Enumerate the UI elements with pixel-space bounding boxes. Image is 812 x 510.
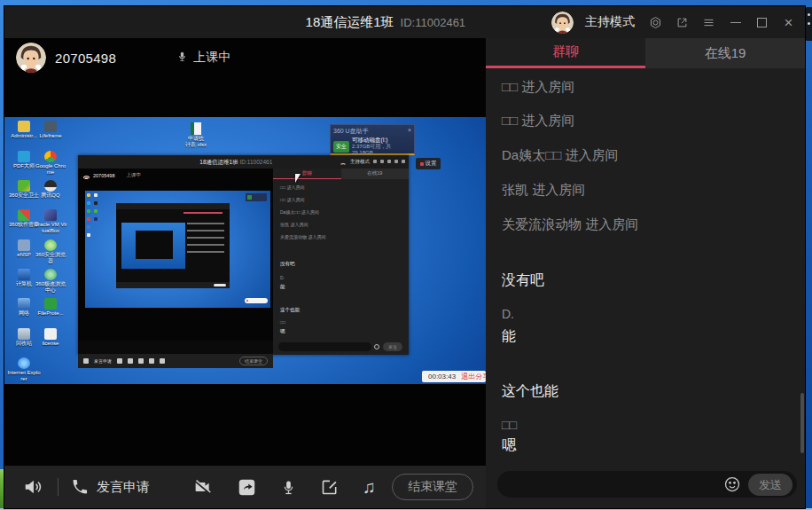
popup-disk-space: 2.37GB可用，共29.18GB <box>352 144 411 156</box>
popup-disk-label: 可移动磁盘(I:) <box>352 137 411 144</box>
class-id: ID:11002461 <box>401 16 466 29</box>
chat-message: 嗯 <box>502 436 516 455</box>
shared-desktop: Administr... PDF大师 360安全卫士 360软件管家 eNSP … <box>4 117 486 384</box>
chat-message: 这个也能 <box>502 382 558 401</box>
system-message: 张凯 进入房间 <box>502 182 585 199</box>
desktop-icon: 360安全浏览器 <box>34 239 67 263</box>
settings-tag: 设置 <box>416 158 441 169</box>
nested-chat-input <box>278 342 371 351</box>
side-dock <box>805 7 812 41</box>
usb-helper-popup: 360 U盘助手 × 安全 可移动磁盘(I:) 2.37GB可用，共29.18G… <box>330 124 415 155</box>
nested-send-button: 发送 <box>383 342 402 351</box>
chat-panel: 群聊 在线19 □□ 进入房间 □□ 进入房间 Da姨太□□ 进入房间 张凯 进… <box>486 38 805 508</box>
nested-emoji-icon <box>374 344 379 349</box>
class-status: 上课中 <box>193 50 230 66</box>
mic-status-icon <box>176 50 188 67</box>
desktop-icon: FileProte... <box>34 298 67 317</box>
shared-screen-video[interactable]: 20705498 上课中 Administr... PDF大师 360安全卫士 … <box>4 38 486 466</box>
minimize-button[interactable] <box>728 15 743 30</box>
nested-app-window: 18通信运维1班 ID:11002461 主持模式 20705498 上课中 <box>78 155 409 355</box>
popout-icon[interactable] <box>675 15 690 30</box>
third-level-window <box>116 203 230 288</box>
system-message: Da姨太□□ 进入房间 <box>502 147 618 164</box>
desktop-icon: license <box>34 328 67 347</box>
nested-titlebar: 18通信运维1班 ID:11002461 主持模式 <box>78 155 409 169</box>
excel-file-icon: 申请统 计表.xlsx <box>176 122 215 147</box>
presenter-row: 20705498 上课中 <box>16 43 230 73</box>
system-message: 关爱流浪动物 进入房间 <box>502 216 638 233</box>
popup-close-icon: × <box>408 127 411 136</box>
nested-video: 20705498 上课中 <box>78 169 273 341</box>
class-title: 18通信运维1班 <box>306 14 394 31</box>
app-window: 18通信运维1班 ID:11002461 主持模式 × 20705498 <box>4 6 805 508</box>
safe-badge: 安全 <box>333 141 349 153</box>
bottom-toolbar: 发言申请 ♫ 结束课堂 <box>4 466 486 508</box>
host-avatar <box>551 12 574 34</box>
microphone-icon[interactable] <box>280 478 297 497</box>
nested-live-badge <box>245 298 268 303</box>
chat-message: 能 <box>502 327 516 346</box>
desktop-icon: Lifeframe <box>34 121 67 139</box>
popup-title: 360 U盘助手 <box>333 127 369 136</box>
speaker-icon[interactable] <box>22 477 43 497</box>
shared-mouse-cursor <box>295 174 301 183</box>
end-class-button[interactable]: 结束课堂 <box>392 474 473 500</box>
live-timer: 00:03:43 <box>428 373 456 381</box>
phone-icon <box>71 478 89 496</box>
desktop-icon: Internet Explorer <box>7 357 41 381</box>
chat-scrollbar[interactable] <box>800 393 804 453</box>
tab-online-list[interactable]: 在线19 <box>645 38 805 68</box>
music-icon[interactable]: ♫ <box>363 478 376 496</box>
live-badge: 00:03:43 退出分享 <box>422 371 486 382</box>
chat-message: 没有吧 <box>502 271 544 290</box>
desktop-icon: 腾讯QQ <box>34 180 67 199</box>
nested-avatar <box>340 158 347 165</box>
camera-off-icon[interactable] <box>192 478 214 496</box>
speak-request-button[interactable]: 发言申请 <box>71 478 150 496</box>
speak-request-label: 发言申请 <box>97 479 150 496</box>
desktop-icon: Google Chrome <box>34 151 67 175</box>
nested-toolbar: 发言申请 结束课堂 <box>78 354 273 368</box>
host-mode-label: 主持模式 <box>585 14 635 30</box>
system-message: □□ 进入房间 <box>502 79 574 96</box>
nested-chat-panel: 群聊 在线19 □□ 进入房间 □□ 进入房间 Da姨太□□ 进入房间 张凯 进… <box>273 169 409 355</box>
send-button[interactable]: 发送 <box>748 474 792 496</box>
menu-icon[interactable] <box>701 15 716 30</box>
maximize-button[interactable] <box>754 15 769 30</box>
presenter-avatar <box>16 43 46 73</box>
emoji-icon[interactable] <box>723 475 741 493</box>
screen-share-icon[interactable] <box>238 478 256 497</box>
presenter-name: 20705498 <box>55 51 116 66</box>
nested-desktop <box>85 191 270 308</box>
system-message: □□ 进入房间 <box>502 113 574 129</box>
desktop-icon: 360极速浏览中心 <box>34 269 67 293</box>
chat-input-row: 发送 <box>486 465 805 508</box>
settings-gear-icon[interactable] <box>648 15 663 30</box>
desktop-icon: Oracle VM VirtualBox <box>34 209 67 233</box>
titlebar: 18通信运维1班 ID:11002461 主持模式 × <box>4 6 805 38</box>
tab-group-chat[interactable]: 群聊 <box>486 38 645 68</box>
window-title: 18通信运维1班 ID:11002461 <box>306 6 466 38</box>
message-sender: D. <box>502 307 514 321</box>
close-button[interactable]: × <box>781 15 796 30</box>
nested-popup <box>246 193 267 201</box>
message-sender: □□ <box>502 418 517 432</box>
whiteboard-edit-icon[interactable] <box>321 478 339 496</box>
